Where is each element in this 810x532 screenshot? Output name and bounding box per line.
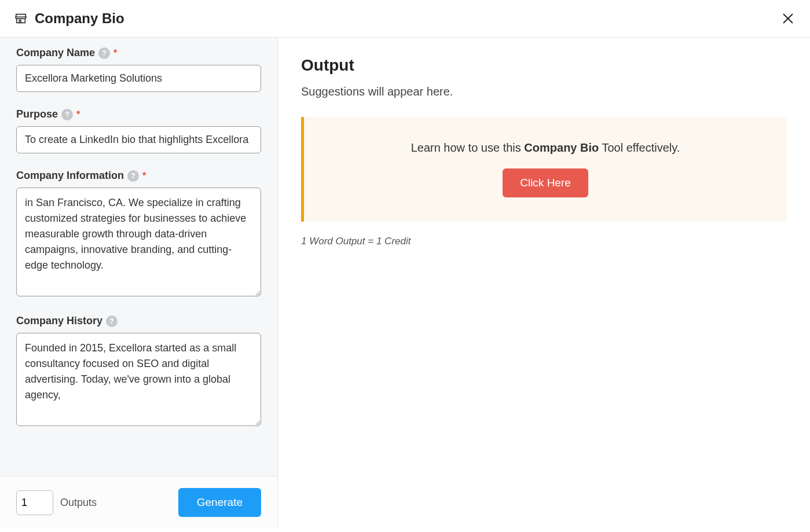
company-information-textarea[interactable] — [16, 188, 261, 296]
close-button[interactable] — [780, 10, 796, 27]
company-name-label-text: Company Name — [16, 47, 95, 59]
svg-rect-0 — [19, 20, 21, 23]
company-name-field-group: Company Name ? * — [16, 47, 261, 92]
page-title: Company Bio — [35, 10, 124, 27]
purpose-label: Purpose ? * — [16, 108, 261, 120]
outputs-label: Outputs — [60, 497, 178, 509]
learn-suffix: Tool effectively. — [599, 141, 680, 154]
help-icon[interactable]: ? — [127, 170, 139, 182]
required-mark: * — [142, 171, 146, 181]
right-panel: Output Suggestions will appear here. Lea… — [278, 38, 810, 529]
learn-text: Learn how to use this Company Bio Tool e… — [321, 141, 769, 155]
left-panel: Company Name ? * Purpose ? * Company Inf… — [0, 38, 278, 529]
purpose-input[interactable] — [16, 126, 261, 153]
form-scroll-area[interactable]: Company Name ? * Purpose ? * Company Inf… — [0, 38, 277, 476]
main-content: Company Name ? * Purpose ? * Company Inf… — [0, 38, 810, 529]
company-information-field-group: Company Information ? * — [16, 170, 261, 299]
learn-callout: Learn how to use this Company Bio Tool e… — [301, 117, 787, 222]
company-history-field-group: Company History ? — [16, 315, 261, 428]
company-information-label: Company Information ? * — [16, 170, 261, 182]
click-here-button[interactable]: Click Here — [503, 168, 588, 197]
company-history-label-text: Company History — [16, 315, 102, 327]
suggestions-placeholder: Suggestions will appear here. — [301, 85, 787, 98]
company-name-label: Company Name ? * — [16, 47, 261, 59]
output-title: Output — [301, 56, 787, 75]
company-history-label: Company History ? — [16, 315, 261, 327]
required-mark: * — [76, 109, 80, 120]
company-history-textarea[interactable] — [16, 333, 261, 426]
bottom-bar: Outputs Generate — [0, 476, 277, 529]
company-information-label-text: Company Information — [16, 170, 124, 182]
credit-text: 1 Word Output = 1 Credit — [301, 236, 787, 247]
help-icon[interactable]: ? — [98, 47, 110, 59]
purpose-field-group: Purpose ? * — [16, 108, 261, 153]
outputs-count-input[interactable] — [16, 490, 53, 515]
header: Company Bio — [0, 0, 810, 38]
help-icon[interactable]: ? — [106, 315, 118, 327]
help-icon[interactable]: ? — [61, 109, 73, 120]
learn-bold: Company Bio — [524, 141, 599, 154]
store-icon — [14, 12, 28, 25]
learn-prefix: Learn how to use this — [411, 141, 525, 154]
generate-button[interactable]: Generate — [178, 488, 261, 517]
company-name-input[interactable] — [16, 65, 261, 92]
required-mark: * — [113, 48, 117, 58]
purpose-label-text: Purpose — [16, 108, 58, 120]
